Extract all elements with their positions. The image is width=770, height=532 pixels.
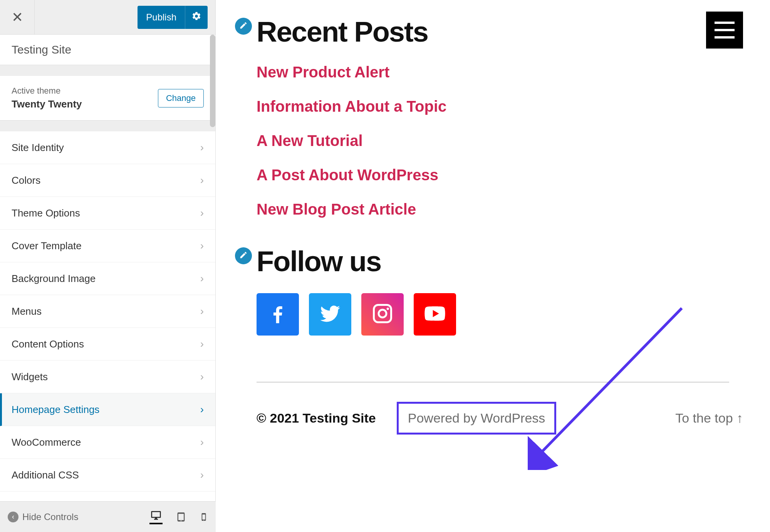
menu-item-content-options[interactable]: Content Options › [0, 328, 215, 361]
active-theme-name: Twenty Twenty [12, 98, 82, 110]
menu-item-label: Theme Options [12, 207, 80, 219]
chevron-right-icon: › [200, 141, 204, 154]
youtube-button[interactable] [414, 293, 456, 336]
menu-item-theme-options[interactable]: Theme Options › [0, 197, 215, 230]
edit-shortcut-button[interactable] [235, 247, 252, 264]
close-customizer-button[interactable]: ✕ [0, 0, 35, 35]
twitter-button[interactable] [309, 293, 351, 336]
menu-item-widgets[interactable]: Widgets › [0, 361, 215, 393]
youtube-icon [423, 301, 447, 327]
change-theme-button[interactable]: Change [158, 89, 204, 107]
post-link[interactable]: A New Tutorial [257, 132, 747, 149]
publish-button[interactable]: Publish [138, 7, 185, 28]
gear-icon [191, 11, 201, 23]
menu-item-menus[interactable]: Menus › [0, 295, 215, 328]
chevron-right-icon: › [200, 305, 204, 317]
pencil-icon [239, 21, 248, 31]
menu-item-label: Cover Template [12, 240, 82, 252]
spacer [0, 121, 215, 131]
social-icons-row [257, 293, 747, 336]
spacer [0, 65, 215, 76]
customizer-bottom-bar: ‹ Hide Controls [0, 501, 216, 532]
sidebar-scrollbar[interactable] [210, 35, 215, 127]
menu-item-label: Menus [12, 305, 42, 317]
pencil-icon [239, 251, 248, 261]
to-top-link[interactable]: To the top ↑ [675, 411, 743, 426]
recent-posts-section: Recent Posts [239, 15, 747, 48]
menu-item-colors[interactable]: Colors › [0, 164, 215, 197]
instagram-button[interactable] [361, 293, 404, 336]
chevron-right-icon: › [200, 272, 204, 285]
chevron-right-icon: › [200, 436, 204, 448]
footer-copyright: © 2021 Testing Site [257, 411, 376, 426]
publish-group: Publish [138, 6, 208, 29]
tablet-preview-button[interactable] [176, 510, 186, 524]
follow-us-section: Follow us [239, 245, 747, 278]
post-link[interactable]: New Blog Post Article [257, 201, 747, 218]
hide-controls-button[interactable]: ‹ Hide Controls [8, 512, 78, 522]
footer-row: © 2021 Testing Site Powered by WordPress… [257, 402, 747, 435]
menu-item-label: WooCommerce [12, 436, 81, 448]
follow-us-heading: Follow us [257, 245, 747, 278]
menu-item-homepage-settings[interactable]: Homepage Settings › [0, 393, 215, 426]
menu-item-label: Content Options [12, 338, 84, 350]
theme-labels: Active theme Twenty Twenty [12, 86, 82, 110]
menu-item-cover-template[interactable]: Cover Template › [0, 230, 215, 262]
facebook-icon [266, 302, 289, 327]
menu-item-label: Background Image [12, 273, 96, 285]
menu-item-woocommerce[interactable]: WooCommerce › [0, 426, 215, 459]
active-theme-label: Active theme [12, 86, 82, 96]
facebook-button[interactable] [257, 293, 299, 336]
recent-posts-list: New Product Alert Information About a To… [257, 64, 747, 218]
close-icon: ✕ [12, 9, 23, 25]
customizer-menu-list: Site Identity › Colors › Theme Options ›… [0, 131, 215, 532]
chevron-right-icon: › [200, 174, 204, 186]
footer-divider [257, 382, 729, 383]
menu-item-label: Widgets [12, 371, 48, 383]
post-link[interactable]: New Product Alert [257, 64, 747, 81]
post-link[interactable]: A Post About WordPress [257, 166, 747, 184]
menu-item-additional-css[interactable]: Additional CSS › [0, 459, 215, 492]
post-link[interactable]: Information About a Topic [257, 98, 747, 115]
chevron-right-icon: › [200, 338, 204, 350]
menu-item-background-image[interactable]: Background Image › [0, 262, 215, 295]
mobile-preview-button[interactable] [200, 510, 208, 524]
site-title-row[interactable]: Testing Site [0, 35, 215, 65]
hide-controls-label: Hide Controls [22, 512, 78, 522]
preview-pane: Recent Posts New Product Alert Informati… [223, 0, 770, 532]
menu-item-site-identity[interactable]: Site Identity › [0, 131, 215, 164]
publish-settings-button[interactable] [185, 6, 208, 29]
recent-posts-heading: Recent Posts [257, 15, 747, 48]
device-preview-icons [149, 510, 208, 524]
chevron-right-icon: › [200, 469, 204, 481]
desktop-preview-button[interactable] [149, 510, 163, 524]
customizer-sidebar: ✕ Publish Testing Site Active theme Twen… [0, 0, 216, 532]
twitter-icon [318, 302, 342, 327]
menu-item-label: Homepage Settings [12, 404, 99, 416]
active-theme-row: Active theme Twenty Twenty Change [0, 76, 215, 121]
menu-item-label: Colors [12, 175, 40, 186]
footer-powered-by[interactable]: Powered by WordPress [397, 402, 557, 435]
chevron-right-icon: › [200, 371, 204, 383]
collapse-icon: ‹ [8, 512, 18, 522]
edit-shortcut-button[interactable] [235, 18, 252, 35]
chevron-right-icon: › [200, 207, 204, 219]
menu-item-label: Site Identity [12, 142, 64, 154]
instagram-icon [371, 302, 394, 327]
menu-item-label: Additional CSS [12, 469, 79, 481]
chevron-right-icon: › [200, 240, 204, 252]
sidebar-top-bar: ✕ Publish [0, 0, 215, 35]
chevron-right-icon: › [200, 403, 204, 416]
